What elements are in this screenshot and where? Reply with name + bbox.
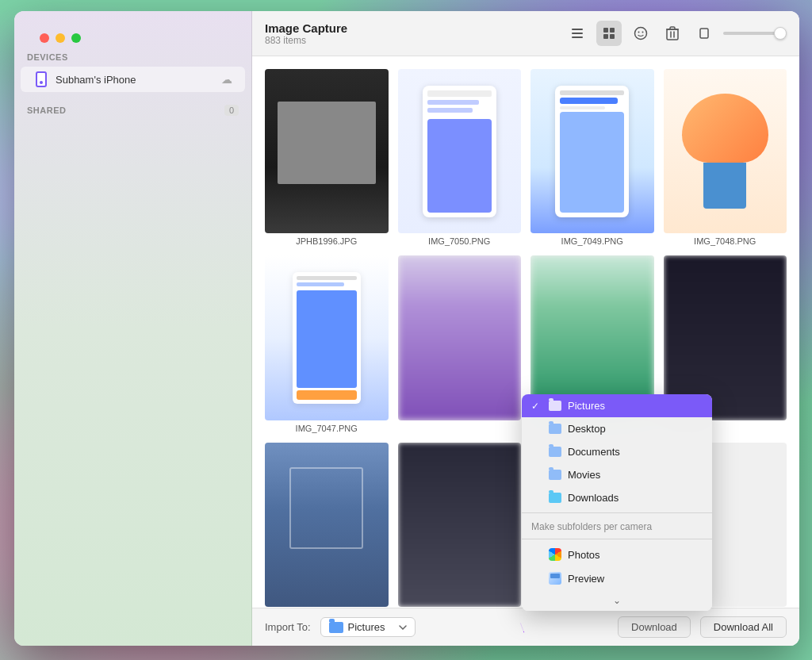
dropdown-label-pictures: Pictures bbox=[568, 400, 605, 412]
image-label-5: IMG_7047.PNG bbox=[296, 424, 358, 433]
shared-section-label: SHARED bbox=[27, 106, 66, 115]
cloud-icon: ☁ bbox=[221, 73, 232, 86]
svg-rect-3 bbox=[603, 28, 608, 33]
image-label-4: IMG_7048.PNG bbox=[694, 236, 756, 246]
folder-icon-pictures bbox=[549, 401, 561, 411]
image-cell-10[interactable] bbox=[398, 443, 522, 608]
item-count: 883 items bbox=[265, 35, 565, 46]
device-name: Subham's iPhone bbox=[56, 74, 221, 86]
main-content: Image Capture 883 items bbox=[252, 11, 799, 646]
image-1-placeholder bbox=[265, 69, 389, 233]
image-9-placeholder bbox=[265, 443, 389, 607]
image-cell-4[interactable]: IMG_7048.PNG bbox=[664, 69, 787, 246]
svg-point-8 bbox=[638, 32, 640, 33]
image-cell-2[interactable]: IMG_7050.PNG bbox=[398, 69, 522, 246]
image-cell-6[interactable] bbox=[398, 255, 522, 432]
dropdown-label-photos: Photos bbox=[568, 549, 599, 561]
check-mark: ✓ bbox=[531, 401, 542, 412]
image-cell-1[interactable]: JPHB1996.JPG bbox=[265, 69, 389, 246]
svg-point-7 bbox=[635, 28, 647, 40]
svg-rect-1 bbox=[572, 33, 583, 34]
slider-thumb[interactable] bbox=[774, 27, 787, 40]
image-cell-3[interactable]: IMG_7049.PNG bbox=[530, 69, 654, 246]
image-thumb-10 bbox=[398, 443, 522, 607]
dropdown-item-preview[interactable]: Preview bbox=[522, 566, 712, 590]
dropdown-menu: ✓ Pictures Desktop Documents bbox=[522, 394, 712, 611]
image-capture-window: DEVICES Subham's iPhone ☁ SHARED 0 Image… bbox=[14, 11, 799, 646]
list-view-button[interactable] bbox=[565, 21, 590, 46]
minimize-button[interactable] bbox=[56, 33, 65, 43]
dropdown-separator-2 bbox=[522, 539, 712, 539]
bottom-bar: Import To: Pictures Download Download Al… bbox=[252, 608, 799, 646]
dropdown-section-camera: Make subfolders per camera bbox=[522, 516, 712, 535]
dropdown-selected-value: Pictures bbox=[348, 621, 385, 633]
sidebar: DEVICES Subham's iPhone ☁ SHARED 0 bbox=[14, 11, 252, 646]
image-label-3: IMG_7049.PNG bbox=[561, 236, 623, 246]
dropdown-label-desktop: Desktop bbox=[568, 423, 606, 435]
image-cell-5[interactable]: IMG_7047.PNG bbox=[265, 255, 389, 432]
image-label-1: JPHB1996.JPG bbox=[296, 236, 357, 246]
title-area: Image Capture 883 items bbox=[265, 21, 565, 46]
devices-section-label: DEVICES bbox=[14, 52, 251, 67]
sidebar-item-iphone[interactable]: Subham's iPhone ☁ bbox=[21, 67, 245, 92]
shared-section: SHARED 0 bbox=[14, 105, 251, 121]
svg-rect-10 bbox=[667, 29, 678, 40]
download-button[interactable]: Download bbox=[618, 616, 691, 638]
image-cell-9[interactable] bbox=[265, 443, 389, 608]
image-thumb-3 bbox=[530, 69, 654, 233]
dropdown-label-movies: Movies bbox=[568, 469, 600, 481]
dropdown-item-documents[interactable]: Documents bbox=[522, 440, 712, 463]
image-2-placeholder bbox=[398, 69, 522, 233]
dropdown-label-preview: Preview bbox=[568, 573, 604, 585]
folder-icon-movies bbox=[549, 470, 561, 480]
image-thumb-2 bbox=[398, 69, 522, 233]
image-label-2: IMG_7050.PNG bbox=[428, 236, 490, 246]
toolbar-actions bbox=[565, 21, 787, 46]
svg-rect-5 bbox=[603, 34, 608, 39]
dropdown-label-documents: Documents bbox=[568, 446, 620, 458]
svg-point-9 bbox=[642, 32, 644, 33]
window-controls bbox=[29, 22, 266, 54]
image-4-placeholder bbox=[664, 69, 787, 233]
emoji-button[interactable] bbox=[628, 21, 653, 46]
image-3-placeholder bbox=[530, 69, 654, 233]
dropdown-item-desktop[interactable]: Desktop bbox=[522, 417, 712, 440]
import-to-dropdown[interactable]: Pictures bbox=[320, 617, 416, 637]
folder-icon-desktop bbox=[549, 424, 561, 434]
close-button[interactable] bbox=[40, 33, 49, 43]
rotate-button[interactable] bbox=[691, 21, 717, 46]
dropdown-scroll-down[interactable]: ⌄ bbox=[522, 590, 712, 611]
dropdown-item-photos[interactable]: Photos bbox=[522, 543, 712, 566]
delete-button[interactable] bbox=[660, 21, 685, 46]
svg-rect-0 bbox=[572, 29, 583, 30]
zoom-slider[interactable] bbox=[723, 32, 787, 35]
dropdown-separator bbox=[522, 512, 712, 513]
dropdown-item-pictures[interactable]: ✓ Pictures bbox=[522, 394, 712, 417]
image-thumb-4 bbox=[664, 69, 787, 233]
image-thumb-9 bbox=[265, 443, 389, 607]
dropdown-item-downloads[interactable]: Downloads bbox=[522, 486, 712, 509]
dropdown-item-movies[interactable]: Movies bbox=[522, 463, 712, 486]
image-6-placeholder bbox=[398, 255, 522, 420]
svg-rect-6 bbox=[610, 34, 615, 39]
image-thumb-5 bbox=[265, 255, 389, 420]
import-to-label: Import To: bbox=[265, 621, 311, 633]
folder-icon-downloads bbox=[549, 493, 561, 503]
preview-app-icon bbox=[549, 572, 561, 585]
image-thumb-6 bbox=[398, 255, 522, 420]
phone-icon bbox=[33, 71, 49, 87]
svg-rect-2 bbox=[572, 36, 583, 38]
image-10-placeholder bbox=[398, 443, 522, 607]
download-all-button[interactable]: Download All bbox=[700, 616, 787, 638]
svg-rect-4 bbox=[610, 28, 615, 33]
photos-app-icon bbox=[549, 548, 561, 561]
grid-view-button[interactable] bbox=[596, 21, 622, 46]
app-title: Image Capture bbox=[265, 21, 565, 35]
shared-count-badge: 0 bbox=[224, 105, 239, 116]
maximize-button[interactable] bbox=[71, 33, 81, 43]
image-thumb-1 bbox=[265, 69, 389, 233]
folder-icon-documents bbox=[549, 447, 561, 457]
toolbar: Image Capture 883 items bbox=[252, 11, 799, 56]
svg-rect-11 bbox=[700, 29, 708, 38]
svg-line-13 bbox=[520, 623, 524, 632]
